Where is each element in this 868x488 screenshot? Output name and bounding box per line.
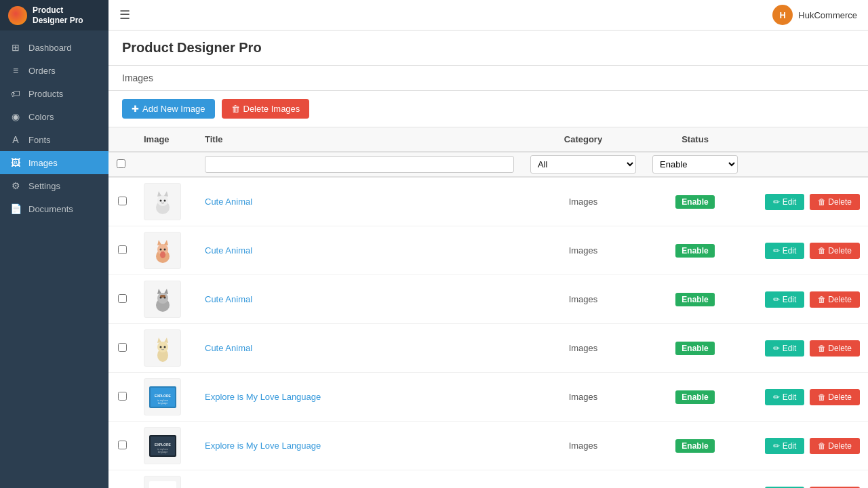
row-checkbox[interactable] (118, 343, 127, 352)
svg-marker-15 (157, 289, 161, 294)
filter-category-cell[interactable]: All Images (522, 152, 644, 177)
colors-icon: ◉ (9, 111, 22, 122)
delete-row-button[interactable]: 🗑 Delete (810, 340, 860, 357)
edit-button[interactable]: ✏ Edit (765, 291, 804, 308)
svg-point-12 (160, 251, 165, 258)
delete-row-button[interactable]: 🗑 Delete (810, 194, 860, 210)
row-checkbox[interactable] (118, 294, 127, 303)
status-filter-select[interactable]: Enable Disable (652, 155, 738, 174)
title-filter-input[interactable] (205, 156, 514, 173)
row-actions-cell: ✏ Edit 🗑 Delete (746, 470, 868, 489)
row-checkbox[interactable] (118, 245, 127, 254)
delete-images-button[interactable]: 🗑 Delete Images (222, 99, 310, 119)
sidebar-item-colors[interactable]: ◉ Colors (0, 105, 108, 128)
row-status-cell: Enable (644, 373, 746, 422)
dashboard-icon: ⊞ (9, 42, 22, 53)
row-checkbox-cell[interactable] (108, 177, 136, 226)
svg-point-11 (163, 248, 165, 250)
svg-point-5 (163, 199, 165, 201)
delete-row-button[interactable]: 🗑 Delete (810, 243, 860, 259)
table-row: EXPLORE is my love language Explore is M… (108, 422, 868, 470)
row-status-cell: Enable (644, 324, 746, 373)
row-checkbox-cell[interactable] (108, 470, 136, 489)
edit-button[interactable]: ✏ Edit (765, 243, 804, 259)
svg-text:language: language (157, 451, 167, 453)
row-status-cell: Enable (644, 275, 746, 324)
sidebar-item-products[interactable]: 🏷 Products (0, 82, 108, 105)
filter-status-cell[interactable]: Enable Disable (644, 152, 746, 177)
row-title-link[interactable]: Cute Animal (205, 343, 252, 353)
sidebar-item-settings[interactable]: ⚙ Settings (0, 174, 108, 197)
edit-button[interactable]: ✏ Edit (765, 438, 804, 454)
row-image (144, 232, 181, 269)
row-title-cell[interactable]: Explore is My Love Language (197, 373, 522, 422)
delete-row-button[interactable]: 🗑 Delete (810, 438, 860, 454)
delete-row-button[interactable]: 🗑 Delete (810, 291, 860, 308)
status-badge: Enable (675, 195, 714, 209)
row-category-cell: Images (522, 177, 644, 226)
svg-text:language: language (157, 402, 167, 405)
row-title-link[interactable]: Explore is My Love Language (205, 392, 321, 402)
edit-button[interactable]: ✏ Edit (765, 389, 804, 405)
sidebar-item-label: Images (28, 158, 58, 168)
col-header-status: Status (644, 127, 746, 152)
row-checkbox-cell[interactable] (108, 324, 136, 373)
brand-name: Product Designer Pro (33, 5, 100, 25)
row-actions-cell: ✏ Edit 🗑 Delete (746, 177, 868, 226)
delete-row-button[interactable]: 🗑 Delete (810, 389, 860, 405)
row-checkbox-cell[interactable] (108, 226, 136, 275)
hamburger-menu[interactable]: ☰ (119, 7, 130, 22)
row-checkbox-cell[interactable] (108, 422, 136, 470)
sidebar-item-dashboard[interactable]: ⊞ Dashboard (0, 36, 108, 59)
svg-point-25 (163, 346, 165, 348)
settings-icon: ⚙ (9, 180, 22, 191)
row-actions-cell: ✏ Edit 🗑 Delete (746, 373, 868, 422)
sidebar-item-documents[interactable]: 📄 Documents (0, 197, 108, 220)
row-title-cell[interactable]: Cute Animal (197, 177, 522, 226)
row-checkbox[interactable] (118, 197, 127, 205)
row-checkbox-cell[interactable] (108, 275, 136, 324)
row-title-link[interactable]: Cute Animal (205, 245, 252, 256)
filter-actions-cell (746, 152, 868, 177)
sidebar-item-label: Fonts (28, 135, 51, 145)
svg-text:EXPLORE: EXPLORE (155, 394, 172, 398)
row-title-cell[interactable]: Explore is My Love Language (197, 422, 522, 470)
row-checkbox[interactable] (118, 392, 127, 401)
add-new-image-button[interactable]: ✚ Add New Image (122, 99, 215, 119)
sidebar-item-images[interactable]: 🖼 Images (0, 151, 108, 174)
status-badge: Enable (675, 342, 714, 355)
svg-text:EXPLORE: EXPLORE (155, 443, 172, 447)
avatar: H (772, 5, 793, 25)
row-checkbox[interactable] (118, 441, 127, 449)
documents-icon: 📄 (9, 203, 22, 214)
row-category-cell: Images (522, 275, 644, 324)
row-checkbox-cell[interactable] (108, 373, 136, 422)
filter-title-cell[interactable] (197, 152, 522, 177)
table-row: Cute Animal Images Enable ✏ Edit 🗑 Delet… (108, 177, 868, 226)
svg-point-21 (157, 342, 168, 352)
sidebar-item-fonts[interactable]: A Fonts (0, 128, 108, 151)
row-title-cell[interactable]: Cute Animal (197, 324, 522, 373)
trash-icon: 🗑 (231, 104, 240, 114)
svg-marker-3 (164, 191, 168, 197)
select-all-checkbox[interactable] (117, 159, 125, 168)
row-title-cell[interactable]: Cute Animal (197, 275, 522, 324)
row-title-link[interactable]: Cute Animal (205, 294, 252, 304)
row-image (144, 183, 181, 220)
svg-point-4 (159, 199, 161, 201)
category-filter-select[interactable]: All Images (530, 155, 636, 174)
content-area: Product Designer Pro Images ✚ Add New Im… (108, 30, 868, 488)
row-title-cell[interactable]: Girl Boss Building Her Empire (197, 470, 522, 489)
edit-button[interactable]: ✏ Edit (765, 194, 804, 210)
fonts-icon: A (9, 134, 22, 145)
sidebar-item-orders[interactable]: ≡ Orders (0, 59, 108, 82)
page-header: Product Designer Pro (108, 30, 868, 66)
table-row: Cute Animal Images Enable ✏ Edit 🗑 Delet… (108, 324, 868, 373)
row-title-link[interactable]: Explore is My Love Language (205, 441, 321, 451)
row-title-cell[interactable]: Cute Animal (197, 226, 522, 275)
row-category-cell: Images (522, 470, 644, 489)
row-image-cell: EXPLORE is my love language (136, 422, 197, 470)
row-title-link[interactable]: Cute Animal (205, 197, 252, 207)
svg-marker-2 (157, 191, 161, 197)
edit-button[interactable]: ✏ Edit (765, 340, 804, 357)
